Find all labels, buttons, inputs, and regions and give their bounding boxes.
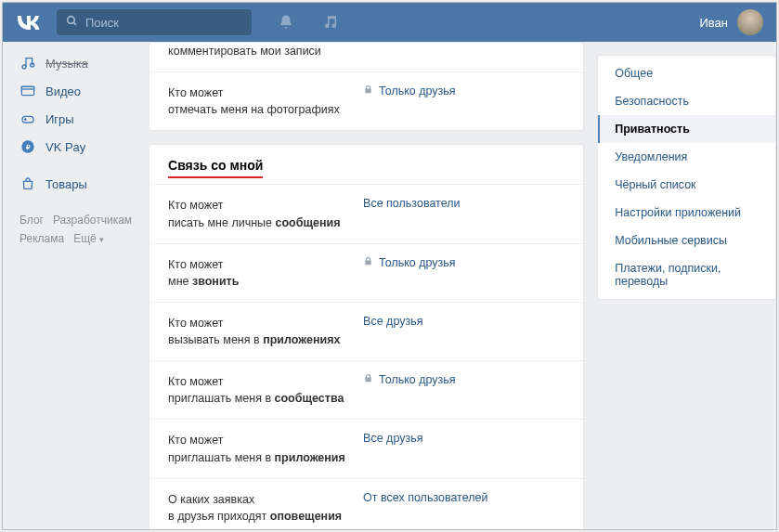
section-header: Связь со мной — [149, 145, 583, 185]
setting-label: О каких заявкахв друзья приходят оповеще… — [168, 491, 354, 525]
nav-item-vkpay[interactable]: ₽ VK Pay — [3, 133, 141, 161]
search-input[interactable] — [85, 16, 242, 30]
top-icons — [278, 14, 339, 31]
section-title: Связь со мной — [168, 158, 263, 178]
nav-item-market[interactable]: Товары — [3, 170, 141, 198]
footer-link-ads[interactable]: Реклама — [19, 232, 64, 245]
music-icon[interactable] — [322, 14, 339, 31]
nav-item-music[interactable]: Музыка — [3, 49, 141, 77]
setting-row[interactable]: О каких заявкахв друзья приходят оповеще… — [149, 479, 583, 530]
setting-label: Кто может отмечать меня на фотографиях — [168, 84, 354, 118]
nav-label: Игры — [45, 112, 74, 126]
vk-logo[interactable] — [16, 15, 40, 30]
settings-tabs: ОбщееБезопасностьПриватностьУведомленияЧ… — [597, 42, 776, 530]
settings-tab[interactable]: Мобильные сервисы — [598, 227, 775, 254]
svg-rect-4 — [21, 86, 33, 95]
svg-rect-5 — [21, 86, 33, 89]
svg-point-0 — [68, 17, 75, 24]
setting-label: Кто можетвызывать меня в приложениях — [168, 315, 354, 348]
games-icon — [19, 110, 36, 127]
profile-menu[interactable]: Иван — [699, 9, 763, 35]
setting-value[interactable]: От всех пользователей — [363, 491, 487, 504]
vkpay-icon: ₽ — [19, 138, 36, 155]
avatar — [737, 9, 763, 35]
footer-link-devs[interactable]: Разработчикам — [53, 214, 132, 227]
settings-card-contact: Связь со мной Кто можетписать мне личные… — [149, 144, 584, 530]
setting-label: Кто можетприглашать меня в приложения — [168, 432, 354, 465]
lock-icon — [363, 256, 373, 269]
setting-label: Кто можетмне звонить — [168, 256, 354, 290]
setting-row[interactable]: Кто можетприглашать меня в сообществаТол… — [149, 361, 583, 420]
settings-tab[interactable]: Безопасность — [598, 87, 775, 115]
header: Иван — [3, 3, 776, 42]
setting-value[interactable]: Все друзья — [363, 315, 422, 328]
setting-value[interactable]: Только друзья — [363, 84, 456, 97]
setting-value[interactable]: Все пользователи — [363, 197, 460, 210]
nav-item-video[interactable]: Видео — [3, 77, 141, 105]
setting-label: Кто можетписать мне личные сообщения — [168, 197, 354, 230]
settings-tab[interactable]: Настройки приложений — [598, 199, 775, 227]
video-icon — [19, 83, 36, 99]
left-nav: Музыка Видео Игры ₽ VK Pay Товары — [3, 42, 141, 530]
nav-label: Видео — [45, 84, 81, 98]
setting-value[interactable]: Только друзья — [363, 256, 456, 269]
footer-link-more[interactable]: Ещё ▾ — [73, 232, 104, 245]
setting-row[interactable]: Кто можетмне звонитьТолько друзья — [149, 244, 583, 303]
settings-tab[interactable]: Общее — [598, 59, 775, 87]
lock-icon — [363, 84, 373, 97]
vk-logo-icon — [16, 15, 40, 30]
notifications-icon[interactable] — [278, 14, 294, 31]
nav-label: Товары — [45, 177, 87, 191]
footer-link-blog[interactable]: Блог — [19, 214, 44, 227]
nav-footer: Блог Разработчикам Реклама Ещё ▾ — [3, 198, 141, 249]
search-box[interactable] — [57, 9, 252, 35]
settings-tab[interactable]: Чёрный список — [598, 171, 775, 199]
music-list-icon — [19, 55, 36, 71]
nav-label: Музыка — [45, 57, 88, 71]
chevron-down-icon: ▾ — [99, 235, 104, 244]
setting-row[interactable]: Кто можетписать мне личные сообщенияВсе … — [149, 185, 583, 243]
setting-label: Кто можетприглашать меня в сообщества — [168, 373, 354, 407]
svg-rect-6 — [22, 116, 33, 123]
settings-tab[interactable]: Уведомления — [598, 143, 775, 171]
setting-value[interactable]: Все друзья — [363, 432, 422, 445]
nav-item-games[interactable]: Игры — [3, 105, 141, 133]
setting-row[interactable]: Кто может отмечать меня на фотографиях Т… — [149, 72, 583, 130]
profile-name: Иван — [699, 16, 728, 30]
settings-tab[interactable]: Платежи, подписки, переводы — [598, 254, 775, 295]
svg-line-1 — [73, 22, 76, 25]
setting-row[interactable]: комментировать мои записи — [149, 43, 583, 72]
setting-row[interactable]: Кто можетприглашать меня в приложенияВсе… — [149, 420, 583, 478]
settings-main: комментировать мои записи Кто может отме… — [149, 42, 584, 530]
settings-tab[interactable]: Приватность — [598, 115, 775, 143]
setting-row[interactable]: Кто можетвызывать меня в приложенияхВсе … — [149, 303, 583, 361]
market-icon — [19, 175, 36, 192]
setting-value[interactable]: Только друзья — [363, 373, 456, 386]
lock-icon — [363, 373, 373, 386]
search-icon — [66, 15, 78, 30]
nav-label: VK Pay — [45, 140, 85, 154]
settings-card-top: комментировать мои записи Кто может отме… — [149, 42, 584, 131]
setting-label: комментировать мои записи — [168, 43, 354, 59]
